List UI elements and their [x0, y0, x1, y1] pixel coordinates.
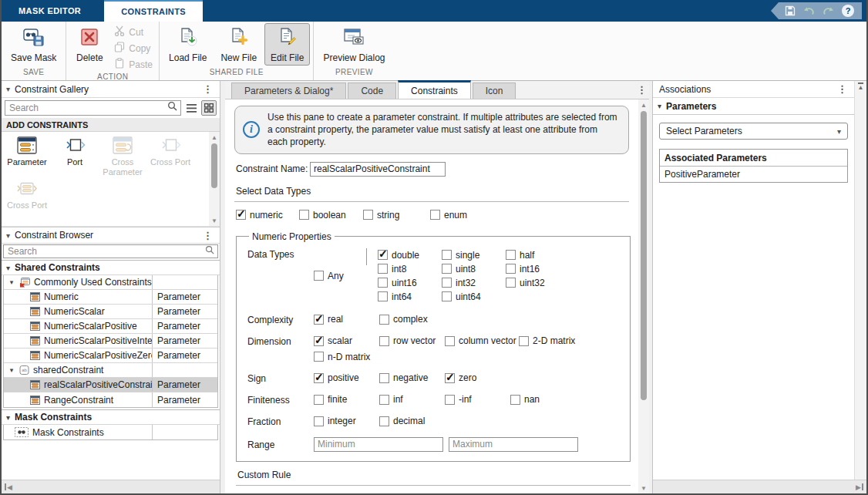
tab-constraints[interactable]: CONSTRAINTS — [104, 0, 203, 22]
copy-button[interactable]: Copy — [111, 41, 156, 56]
table-row-commonly-used[interactable]: ▾ Commonly Used Constraints (R... — [4, 275, 217, 290]
checkbox-nan[interactable]: nan — [510, 394, 576, 406]
checkbox-inf[interactable]: inf — [379, 394, 445, 406]
checkbox-scalar[interactable]: scalar — [314, 335, 379, 347]
table-row-numeric[interactable]: Numeric Parameter — [4, 290, 217, 305]
tab-parameters-dialog[interactable]: Parameters & Dialog* — [231, 82, 346, 99]
select-parameters-dropdown[interactable]: Select Parameters ▾ — [659, 123, 848, 140]
gallery-menu-icon[interactable]: ⋮ — [200, 83, 215, 95]
checkbox-numeric[interactable]: numeric — [236, 210, 297, 221]
checkbox-boolean[interactable]: boolean — [299, 210, 360, 221]
tab-mask-editor[interactable]: MASK EDITOR — [2, 0, 98, 22]
custom-rule-title: Custom Rule — [237, 470, 634, 480]
delete-button[interactable]: Delete — [69, 23, 109, 66]
preview-dialog-button[interactable]: Preview Dialog — [317, 23, 391, 66]
collapse-toolstrip-icon[interactable]: ▲ — [858, 82, 864, 91]
center-vertical-scrollbar[interactable]: ▲ ▼ — [638, 99, 649, 493]
checkbox-real[interactable]: real — [314, 314, 379, 325]
checkbox-finite[interactable]: finite — [314, 394, 379, 406]
checkbox-row-vector[interactable]: row vector — [379, 335, 445, 347]
save-icon[interactable] — [785, 5, 796, 16]
tab-constraints-doc[interactable]: Constraints — [398, 80, 471, 99]
checkbox-int16[interactable]: int16 — [506, 262, 570, 276]
grid-view-button[interactable] — [201, 100, 217, 116]
table-row-numericscalar[interactable]: NumericScalar Parameter — [4, 305, 217, 319]
expander-icon[interactable]: ▾ — [4, 278, 19, 286]
checkbox-half[interactable]: half — [506, 248, 570, 262]
undo-icon[interactable] — [803, 6, 815, 16]
mask-constraints-header[interactable]: ▾ Mask Constraints — [2, 409, 220, 425]
scrollbar-thumb[interactable] — [641, 111, 647, 400]
checkbox-int32[interactable]: int32 — [442, 276, 506, 290]
checkbox-decimal[interactable]: decimal — [379, 416, 445, 427]
checkbox-uint32[interactable]: uint32 — [506, 276, 570, 290]
checkbox-enum[interactable]: enum — [430, 210, 491, 221]
table-row-mask-constraints[interactable]: Mask Constraints — [4, 425, 217, 439]
table-row-rangeconstraint[interactable]: RangeConstraint Parameter — [4, 392, 217, 407]
tab-icon[interactable]: Icon — [473, 82, 516, 99]
table-row-numericscalarpositive[interactable]: NumericScalarPositive Parameter — [4, 319, 217, 334]
list-view-button[interactable] — [183, 100, 199, 116]
scroll-up-icon[interactable]: ▲ — [209, 132, 220, 143]
collapse-triangle-icon: ▾ — [6, 264, 10, 272]
associations-menu-icon[interactable]: ⋮ — [835, 83, 849, 95]
right-edge-strip: ▲ — [854, 81, 866, 480]
scroll-left-icon[interactable]: ◀ — [2, 483, 15, 491]
expander-icon[interactable]: ▾ — [4, 366, 19, 374]
checkbox-nd-matrix[interactable]: n-D matrix — [314, 352, 370, 362]
checkbox-zero[interactable]: zero — [445, 372, 510, 384]
gallery-scrollbar[interactable]: ▲ ▼ — [209, 132, 220, 226]
checkbox-uint16[interactable]: uint16 — [378, 276, 442, 290]
gallery-item-parameter[interactable]: Parameter — [3, 136, 51, 177]
paste-button[interactable]: Paste — [111, 57, 156, 72]
range-maximum-input[interactable] — [449, 437, 578, 452]
scroll-right-icon[interactable]: ▶ — [853, 483, 866, 491]
checkbox-string[interactable]: string — [363, 210, 424, 221]
parameter-constraint-icon — [30, 380, 40, 389]
range-minimum-input[interactable] — [314, 437, 443, 452]
checkbox-column-vector[interactable]: column vector — [445, 335, 519, 347]
checkbox-single[interactable]: single — [442, 248, 506, 262]
checkbox-negative[interactable]: negative — [379, 372, 445, 384]
scroll-up-icon[interactable]: ▲ — [638, 99, 649, 110]
checkbox-any[interactable]: Any — [314, 248, 363, 304]
checkbox-complex[interactable]: complex — [379, 314, 445, 325]
document-menu-icon[interactable]: ⋮ — [634, 84, 649, 96]
checkbox-double[interactable]: double — [378, 248, 442, 262]
gallery-search-input[interactable] — [9, 103, 167, 113]
constraint-name-input[interactable] — [310, 162, 446, 177]
gallery-item-port[interactable]: Port — [51, 136, 99, 177]
scroll-down-icon[interactable]: ▼ — [638, 483, 649, 493]
parameters-section-header[interactable]: ▾ Parameters — [653, 98, 854, 115]
checkbox-uint64[interactable]: uint64 — [442, 290, 506, 304]
table-row-realscalarpositiveconstraint[interactable]: realScalarPositiveConstraint Parameter — [4, 378, 217, 392]
help-icon[interactable]: ? — [842, 5, 854, 17]
edit-file-button[interactable]: Edit File — [264, 23, 310, 66]
scroll-down-icon[interactable]: ▼ — [209, 215, 220, 226]
table-row-positiveparameter[interactable]: PositiveParameter — [660, 167, 847, 182]
checkbox-integer[interactable]: integer — [314, 416, 379, 427]
new-file-button[interactable]: New File — [214, 23, 263, 66]
checkbox-int8[interactable]: int8 — [378, 262, 442, 276]
redo-icon[interactable] — [823, 6, 834, 16]
tab-code[interactable]: Code — [348, 82, 396, 99]
collapse-triangle-icon[interactable]: ▾ — [6, 85, 10, 93]
load-file-button[interactable]: Load File — [163, 23, 213, 66]
shared-constraints-header[interactable]: ▾ Shared Constraints — [2, 260, 220, 275]
table-row-numericscalarpositivezero[interactable]: NumericScalarPositiveZero Parameter — [4, 349, 217, 363]
checkbox-int64[interactable]: int64 — [378, 290, 442, 304]
table-row-numericscalarpositiveinteger[interactable]: NumericScalarPositiveInteger Parameter — [4, 334, 217, 349]
checkbox-2d-matrix[interactable]: 2-D matrix — [519, 335, 584, 347]
browser-menu-icon[interactable]: ⋮ — [200, 230, 215, 241]
save-mask-button[interactable]: Save Mask — [5, 23, 62, 66]
cut-button[interactable]: Cut — [111, 25, 156, 40]
checkbox-neg-inf[interactable]: -inf — [445, 394, 510, 406]
browser-search-input[interactable] — [8, 246, 205, 257]
scrollbar-thumb[interactable] — [211, 143, 217, 188]
collapse-triangle-icon[interactable]: ▾ — [6, 231, 10, 240]
checkbox-positive[interactable]: positive — [314, 372, 379, 384]
checkbox-uint8[interactable]: uint8 — [442, 262, 506, 276]
table-row-sharedconstraint[interactable]: ▾ ab sharedConstraint — [4, 363, 217, 378]
right-horizontal-scrollbar[interactable]: ▶ — [653, 480, 866, 493]
left-horizontal-scrollbar[interactable]: ◀ — [2, 480, 220, 493]
